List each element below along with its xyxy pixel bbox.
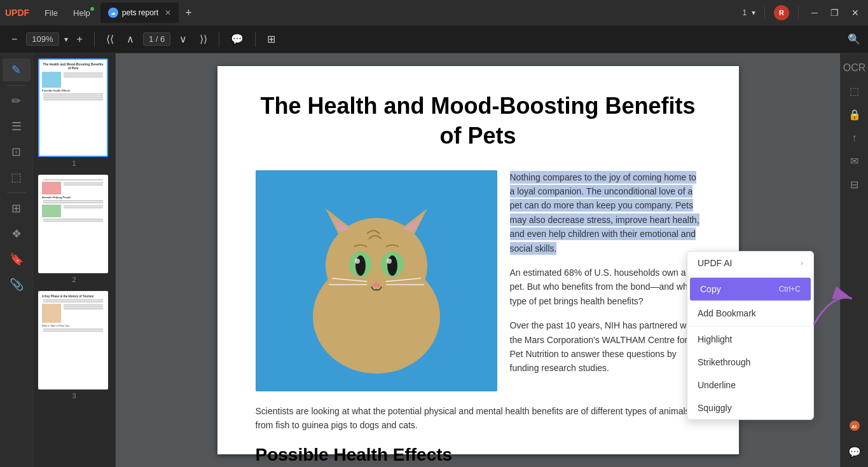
layout-button[interactable]: ⊞ [263, 30, 279, 48]
copy-shortcut: Ctrl+C [779, 285, 801, 294]
version-dropdown[interactable]: ▾ [752, 8, 755, 17]
thumbnail-1[interactable]: The Health and Mood-Boosting Benefits of… [38, 58, 110, 167]
underline-label: Underline [698, 380, 736, 390]
svg-text:AI: AI [851, 424, 857, 430]
tab-close-button[interactable]: ✕ [165, 8, 171, 17]
prev-page-button[interactable]: ∧ [123, 30, 138, 48]
thumbnail-image-3: A Key Phase in the History of Tourism Wh… [38, 291, 108, 389]
add-bookmark-label: Add Bookmark [698, 308, 756, 318]
right-icon-ai[interactable]: AI [844, 416, 865, 438]
sidebar-item-list[interactable]: ☰ [3, 115, 31, 138]
thumbnail-number-1: 1 [38, 159, 110, 167]
sidebar-item-edit[interactable]: ✎ [3, 58, 31, 81]
highlighted-text: Nothing compares to the joy of coming ho… [510, 171, 699, 255]
strikethrough-label: Strikethrough [698, 357, 750, 367]
updf-ai-label: UPDF AI [698, 258, 732, 268]
submenu-arrow-icon: › [801, 259, 803, 267]
left-sidebar: ✎ ✏ ☰ ⊡ ⬚ ⊞ ❖ 🔖 📎 [0, 53, 33, 467]
menu-item-squiggly[interactable]: Squiggly [687, 396, 813, 419]
new-tab-button[interactable]: + [181, 6, 196, 20]
right-icon-share[interactable]: ↑ [848, 128, 861, 147]
help-menu[interactable]: Help [68, 6, 95, 20]
menu-separator-2 [687, 326, 813, 327]
maximize-button[interactable]: ❐ [827, 8, 843, 18]
thumbnail-3[interactable]: A Key Phase in the History of Tourism Wh… [38, 291, 110, 400]
right-sidebar: OCR ⬚ 🔒 ↑ ✉ ⊟ AI 💬 [840, 53, 868, 467]
squiggly-label: Squiggly [698, 403, 732, 413]
menu-item-add-bookmark[interactable]: Add Bookmark [687, 302, 813, 325]
context-menu: UPDF AI › Copy Ctrl+C Add Bookmark Highl… [687, 251, 814, 420]
topbar: UPDF File Help ☁ pets report ✕ + 1 ▾ R ─… [0, 0, 868, 25]
sidebar-item-layers[interactable]: ❖ [3, 222, 31, 245]
svg-point-9 [355, 255, 366, 276]
thumbnail-number-3: 3 [38, 392, 110, 400]
highlight-label: Highlight [698, 334, 732, 344]
thumbnail-2[interactable]: Animals Helping People 2 [38, 175, 110, 283]
version-indicator: 1 [742, 8, 747, 17]
right-icon-ocr[interactable]: OCR [839, 58, 868, 78]
page-display[interactable]: 1 / 6 [143, 32, 170, 46]
sidebar-divider-1 [7, 85, 26, 86]
toolbar-separator-3 [255, 32, 256, 47]
thumbnail-image-2: Animals Helping People [38, 175, 108, 273]
sidebar-item-page[interactable]: ⊡ [3, 140, 31, 163]
pdf-title: The Health and Mood-Boosting Benefits of… [256, 91, 701, 151]
sidebar-item-thumbnail[interactable]: ⊞ [3, 197, 31, 220]
last-page-button[interactable]: ⟩⟩ [196, 30, 211, 48]
comment-button[interactable]: 💬 [227, 30, 247, 48]
svg-point-11 [355, 259, 360, 264]
menu-item-underline[interactable]: Underline [687, 374, 813, 396]
arrow-pointer [808, 280, 846, 318]
minimize-button[interactable]: ─ [808, 8, 822, 18]
toolbar-separator-1 [94, 32, 95, 47]
svg-point-10 [387, 255, 397, 276]
right-icon-compress[interactable]: ⊟ [846, 175, 862, 194]
thumbnail-number-2: 2 [38, 276, 110, 283]
sidebar-item-stamp[interactable]: ⬚ [3, 166, 31, 189]
zoom-dropdown[interactable]: ▾ [64, 35, 68, 44]
sidebar-item-attachment[interactable]: 📎 [3, 273, 31, 296]
possible-health-section-title: Possible Health Effects [256, 445, 701, 465]
user-avatar[interactable]: R [774, 5, 789, 20]
zoom-out-button[interactable]: − [8, 31, 21, 48]
file-menu[interactable]: File [39, 6, 63, 20]
svg-point-12 [387, 259, 392, 264]
close-window-button[interactable]: ✕ [848, 8, 863, 18]
tab-label: pets report [122, 8, 158, 17]
right-icon-organize[interactable]: ✉ [846, 151, 862, 171]
menu-item-copy[interactable]: Copy Ctrl+C [690, 278, 811, 301]
paragraph-2: An estimated 68% of U.S. households own … [510, 266, 701, 308]
sidebar-item-bookmark[interactable]: 🔖 [3, 248, 31, 271]
menu-item-strikethrough[interactable]: Strikethrough [687, 351, 813, 374]
copy-label: Copy [700, 284, 721, 294]
sidebar-divider-2 [7, 193, 26, 193]
cat-image [256, 170, 497, 391]
menu-separator-1 [687, 276, 813, 276]
content-area: Nothing compares to the joy of coming ho… [256, 170, 701, 391]
search-icon[interactable]: 🔍 [848, 33, 860, 45]
menu-item-highlight[interactable]: Highlight [687, 328, 813, 351]
first-page-button[interactable]: ⟨⟨ [102, 30, 118, 48]
window-controls: 1 ▾ R ─ ❐ ✕ [742, 5, 863, 20]
pdf-page: The Health and Mood-Boosting Benefits of… [217, 66, 739, 454]
sidebar-item-annotate[interactable]: ✏ [3, 90, 31, 112]
right-icon-protect[interactable]: 🔒 [844, 105, 865, 125]
zoom-level-display[interactable]: 109% [26, 32, 59, 46]
active-tab[interactable]: ☁ pets report ✕ [100, 3, 179, 23]
thumbnail-panel: The Health and Mood-Boosting Benefits of… [33, 53, 116, 467]
thumbnail-image-1: The Health and Mood-Boosting Benefits of… [38, 58, 108, 157]
bottom-content: Scientists are looking at what the poten… [256, 404, 701, 433]
tab-container: ☁ pets report ✕ + [100, 3, 738, 23]
text-content: Nothing compares to the joy of coming ho… [510, 170, 701, 391]
menu-item-updf-ai[interactable]: UPDF AI › [687, 252, 813, 274]
zoom-in-button[interactable]: + [73, 31, 86, 48]
help-notification-dot [90, 7, 94, 11]
right-icon-convert[interactable]: ⬚ [846, 81, 863, 101]
right-icon-chat[interactable]: 💬 [844, 442, 865, 462]
toolbar-separator-2 [219, 32, 219, 47]
toolbar: − 109% ▾ + ⟨⟨ ∧ 1 / 6 ∨ ⟩⟩ 💬 ⊞ 🔍 [0, 25, 868, 53]
paragraph-3: Over the past 10 years, NIH has partnere… [510, 318, 701, 376]
updf-logo: UPDF [5, 8, 29, 18]
next-page-button[interactable]: ∨ [176, 30, 191, 48]
tab-icon: ☁ [108, 8, 118, 18]
